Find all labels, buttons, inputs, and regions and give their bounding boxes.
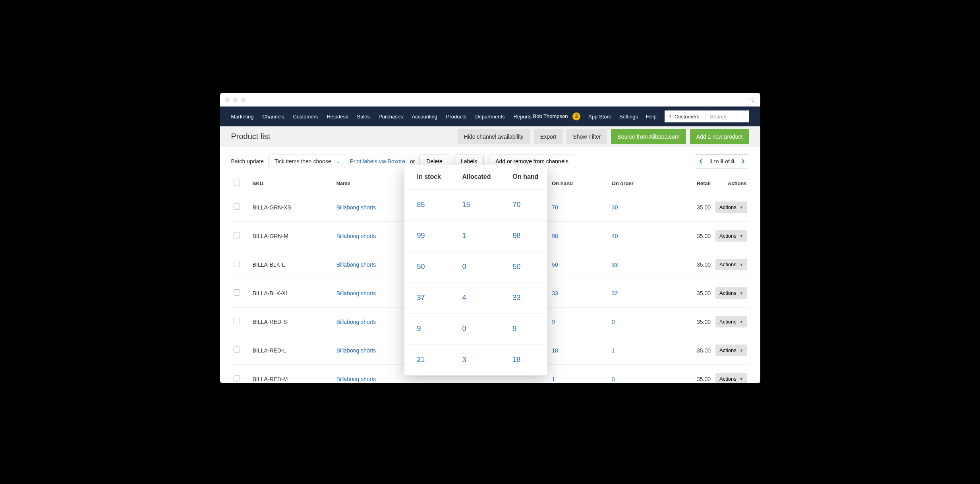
on-hand-value[interactable]: 18 <box>552 347 558 354</box>
pager-from: 1 <box>709 158 713 165</box>
product-name-link[interactable]: Billabong shorts <box>336 376 376 382</box>
col-onorder[interactable]: On order <box>609 176 661 193</box>
app-window: Marketing Channels Customers Helpdesk Sa… <box>220 93 760 383</box>
export-button[interactable]: Export <box>534 129 562 144</box>
on-order-value[interactable]: 32 <box>612 290 618 296</box>
row-checkbox[interactable] <box>234 318 240 324</box>
print-labels-link[interactable]: Print labels via Boxora <box>350 158 405 165</box>
pager-next[interactable] <box>737 155 749 168</box>
pager-prev[interactable] <box>695 155 707 168</box>
product-name-link[interactable]: Billabong shorts <box>336 233 376 239</box>
retail-value: 35.00 <box>661 250 713 279</box>
row-checkbox[interactable] <box>234 232 240 238</box>
on-order-value[interactable]: 1 <box>612 347 615 354</box>
nav-appstore[interactable]: App Store <box>588 114 611 120</box>
row-actions-button[interactable]: Actions ▼ <box>715 201 747 213</box>
nav-help[interactable]: Help <box>646 114 657 120</box>
row-actions-button[interactable]: Actions ▼ <box>715 230 747 242</box>
on-hand-value[interactable]: 9 <box>552 319 555 325</box>
nav-purchases[interactable]: Purchases <box>379 114 403 120</box>
minimize-window-icon[interactable] <box>233 97 238 102</box>
on-order-value[interactable]: 30 <box>612 204 618 211</box>
nav-helpdesk[interactable]: Helpdesk <box>327 114 348 120</box>
product-name-link[interactable]: Billabong shorts <box>336 290 376 296</box>
row-actions-button[interactable]: Actions ▼ <box>715 287 747 299</box>
popup-onhand: 18 <box>500 345 547 376</box>
window-controls <box>225 97 245 102</box>
close-window-icon[interactable] <box>225 97 230 102</box>
retail-value: 35.00 <box>661 193 713 222</box>
on-order-value[interactable]: 33 <box>612 261 618 268</box>
nav-reports[interactable]: Reports <box>514 114 532 120</box>
on-order-value[interactable]: 0 <box>612 376 615 382</box>
add-product-button[interactable]: Add a new product <box>690 129 749 144</box>
popup-onhand: 9 <box>500 314 547 345</box>
col-sku[interactable]: SKU <box>250 176 334 193</box>
cell-sku: BILLA-BLK-L <box>250 250 334 279</box>
pager: 1 to 8 of 8 <box>695 154 749 168</box>
row-checkbox[interactable] <box>234 203 240 210</box>
popup-onhand: 98 <box>500 221 547 252</box>
row-actions-button[interactable]: Actions ▼ <box>715 316 747 327</box>
row-actions-button[interactable]: Actions ▼ <box>715 345 747 356</box>
product-name-link[interactable]: Billabong shorts <box>336 204 376 211</box>
popup-onhand: 50 <box>500 252 547 283</box>
nav-customers[interactable]: Customers <box>293 114 318 120</box>
row-actions-button[interactable]: Actions ▼ <box>715 259 747 270</box>
popup-onhand: 70 <box>500 190 547 221</box>
batch-update-select[interactable]: Tick items then choose ⌄ <box>269 155 345 168</box>
col-retail[interactable]: Retail <box>661 176 713 193</box>
on-order-value[interactable]: 0 <box>612 319 615 325</box>
product-name-link[interactable]: Billabong shorts <box>336 347 376 354</box>
nav-sales[interactable]: Sales <box>357 114 370 120</box>
nav-channels[interactable]: Channels <box>263 114 284 120</box>
select-all-checkbox[interactable] <box>234 180 240 186</box>
hide-channel-button[interactable]: Hide channel availability <box>458 129 530 144</box>
pager-total: 8 <box>731 158 735 165</box>
popup-allocated: 15 <box>449 190 500 221</box>
cell-sku: BILLA-RED-S <box>250 308 334 336</box>
product-name-link[interactable]: Billabong shorts <box>336 261 376 268</box>
search-scope-select[interactable]: ▼ Customers <box>665 110 706 122</box>
stock-detail-popup: In stock Allocated On hand 8515709919850… <box>404 165 547 376</box>
retail-value: 35.00 <box>661 336 713 365</box>
nav-accounting[interactable]: Accounting <box>412 114 437 120</box>
user-menu[interactable]: Bob Thompson 3 <box>533 112 581 120</box>
nav-marketing[interactable]: Marketing <box>231 114 254 120</box>
nav-products[interactable]: Products <box>446 114 466 120</box>
col-onhand[interactable]: On hand <box>549 176 609 193</box>
on-hand-value[interactable]: 50 <box>552 261 558 268</box>
product-name-link[interactable]: Billabong shorts <box>336 319 376 325</box>
on-hand-value[interactable]: 98 <box>552 233 558 239</box>
popup-instock: 85 <box>404 190 450 221</box>
source-alibaba-button[interactable]: Source from Alibaba.com <box>611 129 686 144</box>
expand-window-icon[interactable] <box>749 97 754 102</box>
nav-right: Bob Thompson 3 App Store Settings Help ▼… <box>533 110 749 122</box>
caret-down-icon: ▼ <box>669 114 672 118</box>
show-filter-button[interactable]: Show Filter <box>566 129 607 144</box>
batch-select-value: Tick items then choose <box>274 158 331 165</box>
popup-row: 50050 <box>404 252 547 283</box>
on-order-value[interactable]: 40 <box>612 233 618 239</box>
row-checkbox[interactable] <box>234 375 240 381</box>
search-scope-label: Customers <box>675 114 700 120</box>
cell-sku: BILLA-RED-L <box>250 336 334 365</box>
row-checkbox[interactable] <box>234 289 240 296</box>
nav-settings[interactable]: Settings <box>619 114 638 120</box>
zoom-window-icon[interactable] <box>241 97 245 102</box>
retail-value: 35.00 <box>661 279 713 308</box>
on-hand-value[interactable]: 70 <box>552 204 558 211</box>
on-hand-value[interactable]: 33 <box>552 290 558 296</box>
top-navbar: Marketing Channels Customers Helpdesk Sa… <box>220 106 760 126</box>
cell-sku: BILLA-BLK-XL <box>250 279 334 308</box>
row-checkbox[interactable] <box>234 347 240 353</box>
row-checkbox[interactable] <box>234 261 240 267</box>
on-hand-value[interactable]: 1 <box>552 376 555 382</box>
popup-allocated: 1 <box>449 221 500 252</box>
caret-down-icon: ▼ <box>740 348 743 352</box>
nav-departments[interactable]: Departments <box>475 114 504 120</box>
row-actions-button[interactable]: Actions ▼ <box>715 373 747 383</box>
search-input[interactable] <box>706 110 749 122</box>
pager-to: 8 <box>720 158 723 165</box>
or-text: or <box>410 158 415 165</box>
